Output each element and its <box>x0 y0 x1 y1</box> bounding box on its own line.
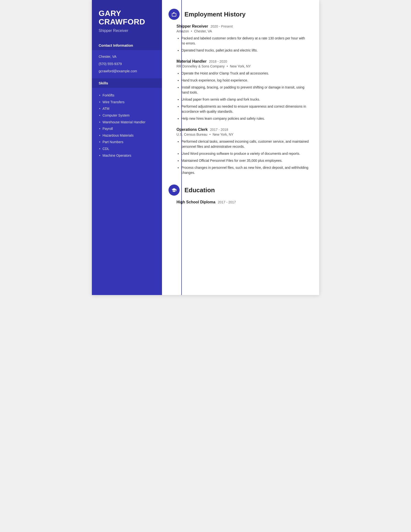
job-location: New York, NY <box>230 64 251 68</box>
skill-item: Computer System <box>99 112 155 119</box>
job-bullet: Performed clerical tasks, answered incom… <box>181 139 309 149</box>
skill-item: Warehouse Material Handler <box>99 119 155 126</box>
edu-title-row: High School Diploma2017 - 2017 <box>177 200 309 204</box>
employment-section-title: Employment History <box>185 11 246 18</box>
resume-container: GARY CRAWFORD Shipper Receiver Contact I… <box>92 0 319 295</box>
contact-phone: (570) 555-9379 <box>99 62 155 66</box>
briefcase-icon <box>168 9 180 20</box>
job-bullet: Help new hires learn company policies an… <box>181 116 309 121</box>
job-title: Material Handler <box>177 59 206 64</box>
job-bullet: Operated hand trucks, pallet jacks and e… <box>181 48 309 53</box>
job-title-row: Operations Clerk2017 - 2018 <box>177 127 309 132</box>
skills-section-title: Skills <box>92 78 162 88</box>
job-block: Shipper Receiver2020 - PresentAmazon•Che… <box>174 24 309 53</box>
edu-container: High School Diploma2017 - 2017 <box>174 200 309 204</box>
skill-item: Payroll <box>99 125 155 132</box>
job-bullet: Hand truck experience, log hoist experie… <box>181 78 309 83</box>
name-line1: GARY <box>99 9 121 18</box>
edu-block: High School Diploma2017 - 2017 <box>174 200 309 204</box>
dot-separator: • <box>209 132 211 137</box>
job-bullet: Install strapping, bracing, or padding t… <box>181 85 309 95</box>
dot-separator: • <box>191 29 192 33</box>
dot-separator: • <box>226 64 228 68</box>
skill-item: Wire Transfers <box>99 99 155 106</box>
edu-dates: 2017 - 2017 <box>218 200 236 204</box>
job-bullets: Packed and labeled customer orders for d… <box>177 36 309 53</box>
job-bullet: Performed adjustments as needed to ensur… <box>181 104 309 114</box>
job-bullet: Unload paper from semis with clamp and f… <box>181 97 309 102</box>
skill-item: Forklifts <box>99 92 155 99</box>
job-company: RR Donnelley & Sons Company <box>177 64 224 68</box>
job-bullets: Operate the Hoist and/or Clamp Truck and… <box>177 71 309 121</box>
education-section: Education High School Diploma2017 - 2017 <box>174 184 309 204</box>
job-dates: 2017 - 2018 <box>210 128 228 132</box>
candidate-name: GARY CRAWFORD <box>99 9 155 26</box>
job-title-row: Shipper Receiver2020 - Present <box>177 24 309 28</box>
job-block: Operations Clerk2017 - 2018U.S. Census B… <box>174 127 309 175</box>
job-title-row: Material Handler2018 - 2020 <box>177 59 309 64</box>
job-company: Amazon <box>177 29 189 33</box>
candidate-title: Shipper Receiver <box>99 28 155 33</box>
job-bullet: Operate the Hoist and/or Clamp Truck and… <box>181 71 309 76</box>
graduation-svg <box>171 187 177 193</box>
sidebar-header: GARY CRAWFORD Shipper Receiver <box>92 0 162 41</box>
employment-header-row: Employment History <box>174 9 309 20</box>
job-company-row: Amazon•Chester, VA <box>177 29 309 33</box>
job-location: New York, NY <box>213 133 233 136</box>
education-section-title: Education <box>185 186 215 194</box>
job-dates: 2020 - Present <box>211 24 233 28</box>
job-bullet: Maintained Official Personnel Files for … <box>181 158 309 163</box>
skill-item: Hazardous Materials <box>99 132 155 139</box>
job-company: U.S. Census Bureau <box>177 133 207 136</box>
job-bullets: Performed clerical tasks, answered incom… <box>177 139 309 175</box>
graduation-icon <box>168 184 180 196</box>
skills-section: Skills ForkliftsWire TransfersATMCompute… <box>92 78 162 161</box>
job-title: Operations Clerk <box>177 127 208 132</box>
employment-section: Employment History Shipper Receiver2020 … <box>174 9 309 175</box>
skills-list: ForkliftsWire TransfersATMComputer Syste… <box>99 92 155 159</box>
job-company-row: U.S. Census Bureau•New York, NY <box>177 132 309 137</box>
job-company-row: RR Donnelley & Sons Company•New York, NY <box>177 64 309 68</box>
education-header-row: Education <box>174 184 309 196</box>
skills-section-content: ForkliftsWire TransfersATMComputer Syste… <box>92 88 162 161</box>
contact-section-title: Contact Information <box>92 41 162 50</box>
skill-item: Part Numbers <box>99 139 155 146</box>
contact-section-content: Chester, VA (570) 555-9379 gcrawford@exa… <box>92 50 162 78</box>
name-line2: CRAWFORD <box>99 17 145 26</box>
job-title: Shipper Receiver <box>177 24 208 28</box>
contact-email: gcrawford@example.com <box>99 69 155 74</box>
job-bullet: Process changes in personnel files, such… <box>181 165 309 175</box>
job-block: Material Handler2018 - 2020RR Donnelley … <box>174 59 309 121</box>
skill-item: Machine Operators <box>99 152 155 159</box>
job-dates: 2018 - 2020 <box>209 59 227 63</box>
job-bullet: Used Word processing software to produce… <box>181 151 309 156</box>
skill-item: ATM <box>99 105 155 112</box>
skill-item: CDL <box>99 146 155 152</box>
briefcase-svg <box>171 12 177 17</box>
edu-degree: High School Diploma <box>177 200 215 204</box>
jobs-container: Shipper Receiver2020 - PresentAmazon•Che… <box>174 24 309 175</box>
job-bullet: Packed and labeled customer orders for d… <box>181 36 309 46</box>
job-location: Chester, VA <box>194 29 212 33</box>
main-content: Employment History Shipper Receiver2020 … <box>162 0 319 295</box>
contact-location: Chester, VA <box>99 54 155 59</box>
contact-section: Contact Information Chester, VA (570) 55… <box>92 41 162 78</box>
sidebar: GARY CRAWFORD Shipper Receiver Contact I… <box>92 0 162 295</box>
